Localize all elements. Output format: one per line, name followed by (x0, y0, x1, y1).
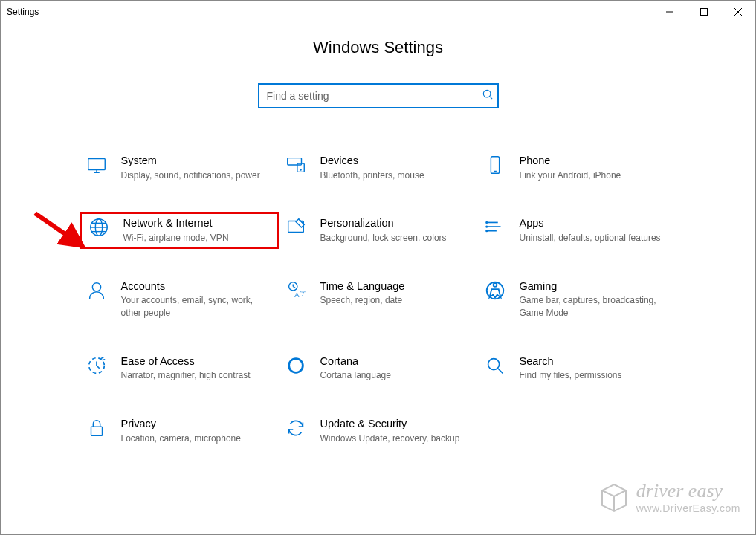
category-accounts[interactable]: AccountsYour accounts, email, sync, work… (80, 275, 279, 324)
svg-text:字: 字 (300, 290, 305, 295)
category-title: Personalization (320, 216, 447, 231)
search-wrap (1, 83, 755, 108)
search-input[interactable] (258, 83, 499, 108)
category-text: Network & InternetWi-Fi, airplane mode, … (114, 216, 235, 244)
close-button[interactable] (721, 1, 755, 23)
category-text: Time & LanguageSpeech, region, date (311, 279, 411, 307)
time-icon: A字 (280, 279, 311, 302)
svg-point-37 (488, 359, 499, 370)
svg-point-27 (92, 282, 100, 291)
svg-rect-6 (88, 159, 105, 170)
search-box (258, 83, 499, 108)
category-description: Narrator, magnifier, high contrast (121, 369, 251, 382)
category-update[interactable]: Update & SecurityWindows Update, recover… (279, 412, 478, 449)
category-search[interactable]: SearchFind my files, permissions (478, 350, 677, 386)
svg-line-5 (489, 97, 492, 100)
category-description: Wi-Fi, airplane mode, VPN (123, 232, 229, 244)
svg-line-38 (497, 369, 503, 374)
category-title: Gaming (520, 279, 670, 294)
settings-content: Windows Settings SystemDisplay, sound, n… (1, 23, 755, 450)
svg-point-24 (486, 222, 488, 224)
cortana-icon (280, 354, 311, 377)
category-title: Devices (320, 154, 424, 169)
category-description: Background, lock screen, colors (320, 232, 447, 244)
category-description: Windows Update, recovery, backup (320, 432, 460, 445)
category-apps[interactable]: AppsUninstall, defaults, optional featur… (478, 212, 677, 248)
update-icon (280, 417, 311, 439)
maximize-button[interactable] (687, 1, 721, 23)
category-title: Ease of Access (121, 354, 251, 369)
category-title: Accounts (121, 279, 271, 294)
category-description: Speech, region, date (320, 294, 405, 307)
category-description: Link your Android, iPhone (520, 169, 621, 182)
category-description: Game bar, captures, broadcasting, Game M… (520, 294, 670, 320)
category-text: SearchFind my files, permissions (511, 354, 628, 382)
category-personalization[interactable]: PersonalizationBackground, lock screen, … (279, 212, 478, 248)
category-title: Apps (520, 216, 661, 231)
category-title: Privacy (121, 417, 241, 432)
category-description: Cortana language (320, 369, 391, 382)
category-text: DevicesBluetooth, printers, mouse (311, 154, 430, 181)
category-cortana[interactable]: CortanaCortana language (279, 350, 478, 386)
category-text: PrivacyLocation, camera, microphone (112, 417, 247, 444)
category-gaming[interactable]: GamingGame bar, captures, broadcasting, … (478, 275, 677, 324)
category-privacy[interactable]: PrivacyLocation, camera, microphone (80, 412, 279, 449)
category-description: Display, sound, notifications, power (121, 169, 260, 182)
category-system[interactable]: SystemDisplay, sound, notifications, pow… (80, 149, 279, 186)
category-description: Find my files, permissions (520, 369, 622, 382)
window-controls (653, 1, 755, 23)
category-text: PersonalizationBackground, lock screen, … (311, 216, 453, 244)
category-time[interactable]: A字Time & LanguageSpeech, region, date (279, 275, 478, 324)
category-title: Phone (520, 154, 621, 169)
category-description: Location, camera, microphone (121, 432, 241, 445)
accounts-icon (81, 279, 112, 302)
svg-rect-1 (701, 9, 708, 16)
category-devices[interactable]: DevicesBluetooth, printers, mouse (279, 149, 478, 186)
ease-icon (81, 354, 112, 377)
category-title: Update & Security (320, 417, 460, 432)
svg-point-11 (300, 169, 301, 170)
watermark: driver easy www.DriverEasy.com (596, 480, 740, 516)
svg-text:A: A (294, 291, 300, 299)
category-text: AppsUninstall, defaults, optional featur… (511, 216, 667, 244)
category-text: Ease of AccessNarrator, magnifier, high … (112, 354, 256, 382)
search-icon (482, 89, 493, 103)
phone-icon (479, 154, 511, 176)
category-phone[interactable]: PhoneLink your Android, iPhone (478, 149, 677, 186)
svg-rect-39 (91, 427, 102, 435)
category-text: Update & SecurityWindows Update, recover… (311, 417, 466, 444)
category-title: Time & Language (320, 279, 405, 294)
category-title: Search (520, 354, 622, 369)
watermark-url: www.DriverEasy.com (636, 502, 740, 514)
svg-point-25 (486, 227, 488, 228)
minimize-button[interactable] (653, 1, 687, 23)
privacy-icon (81, 417, 112, 439)
category-description: Bluetooth, printers, mouse (320, 169, 424, 182)
svg-point-4 (483, 90, 491, 97)
watermark-brand: driver easy (636, 482, 740, 501)
titlebar: Settings (1, 1, 755, 23)
search-icon (479, 354, 511, 377)
category-text: CortanaCortana language (311, 354, 397, 382)
svg-point-34 (493, 283, 497, 287)
svg-point-26 (486, 230, 488, 232)
apps-icon (479, 216, 511, 239)
svg-line-30 (293, 286, 295, 288)
window-title: Settings (7, 7, 39, 17)
category-text: AccountsYour accounts, email, sync, work… (112, 279, 277, 320)
category-title: System (121, 154, 260, 169)
devices-icon (280, 154, 311, 176)
category-description: Your accounts, email, sync, work, other … (121, 294, 271, 320)
system-icon (81, 154, 112, 176)
category-title: Cortana (320, 354, 391, 369)
category-grid: SystemDisplay, sound, notifications, pow… (80, 149, 677, 450)
svg-point-36 (288, 359, 303, 373)
network-icon (83, 216, 114, 239)
category-text: PhoneLink your Android, iPhone (511, 154, 627, 181)
category-text: SystemDisplay, sound, notifications, pow… (112, 154, 266, 181)
personalization-icon (280, 216, 311, 239)
category-text: GamingGame bar, captures, broadcasting, … (511, 279, 676, 320)
category-title: Network & Internet (123, 216, 229, 231)
category-network[interactable]: Network & InternetWi-Fi, airplane mode, … (80, 212, 279, 248)
category-ease[interactable]: Ease of AccessNarrator, magnifier, high … (80, 350, 279, 386)
